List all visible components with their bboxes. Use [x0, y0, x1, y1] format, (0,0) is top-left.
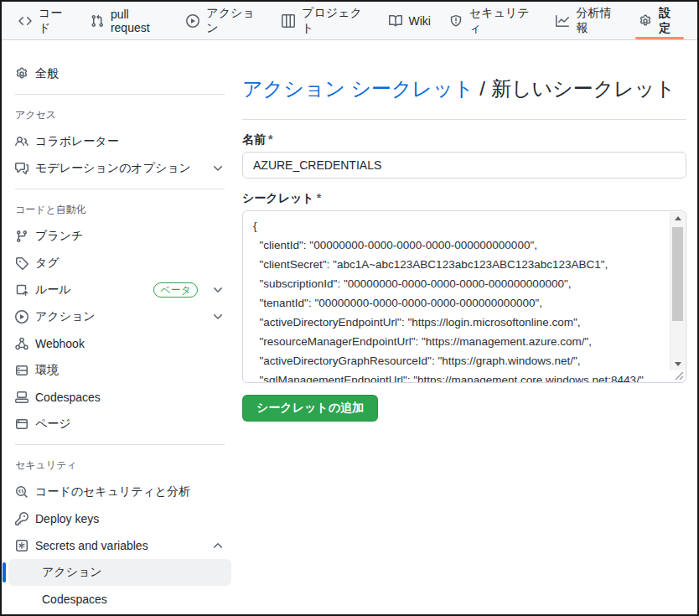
heading-divider	[242, 119, 686, 120]
sidebar-item-collaborators[interactable]: コラボレーター	[8, 128, 231, 155]
sidebar-divider	[15, 189, 225, 189]
sidebar-item-general[interactable]: 全般	[8, 60, 231, 87]
chevron-down-icon	[211, 310, 225, 324]
browser-icon	[15, 417, 28, 431]
gear-icon	[639, 14, 652, 28]
sidebar-section-security: セキュリティ	[8, 452, 231, 479]
secret-value-text[interactable]: { "clientId": "00000000-0000-0000-0000-0…	[243, 211, 671, 382]
sidebar-item-label: 全般	[35, 66, 59, 81]
sidebar-item-branches[interactable]: ブランチ	[8, 223, 231, 250]
codescan-icon	[15, 485, 28, 499]
server-icon	[15, 364, 28, 377]
sidebar-item-label: コードのセキュリティと分析	[35, 484, 190, 500]
tab-actions[interactable]: アクション	[179, 2, 270, 39]
sidebar-item-label: モデレーションのオプション	[35, 161, 191, 176]
textarea-scrollbar[interactable]	[670, 212, 685, 370]
chevron-down-icon	[211, 283, 225, 297]
code-icon	[18, 14, 32, 28]
beta-badge: ベータ	[153, 282, 198, 298]
play-icon	[186, 14, 199, 28]
sidebar-section-code-automation: コードと自動化	[8, 196, 231, 223]
tab-settings[interactable]: 設定	[632, 2, 687, 39]
people-icon	[15, 135, 28, 148]
secret-field-label: シークレット*	[242, 191, 686, 206]
gear-icon	[15, 67, 28, 80]
sidebar-item-deploy-keys[interactable]: Deploy keys	[8, 505, 231, 532]
tab-code[interactable]: コード	[12, 2, 79, 39]
webhook-icon	[15, 337, 28, 350]
sidebar-item-label: コラボレーター	[35, 134, 119, 149]
sidebar-item-label: Codespaces	[42, 593, 107, 606]
secret-name-input[interactable]	[242, 152, 686, 179]
sidebar-item-label: ページ	[35, 417, 71, 432]
required-asterisk: *	[317, 191, 321, 204]
sidebar-item-label: Codespaces	[35, 391, 101, 404]
sidebar-item-label: Webhook	[35, 337, 85, 350]
repo-tab-bar: コード pull request アクション プロジェクト Wiki セキュリテ…	[2, 2, 697, 40]
sidebar-item-label: タグ	[35, 256, 60, 271]
scrollbar-down-arrow[interactable]	[671, 358, 685, 370]
tag-icon	[15, 256, 28, 270]
sidebar-item-codespaces[interactable]: Codespaces	[8, 384, 231, 411]
sidebar-item-label: アクション	[35, 309, 96, 324]
tab-label: pull request	[111, 8, 168, 34]
tab-projects[interactable]: プロジェクト	[275, 2, 376, 39]
sidebar-item-webhooks[interactable]: Webhook	[8, 330, 231, 357]
book-icon	[389, 14, 402, 28]
codespaces-icon	[15, 391, 28, 404]
sidebar-item-pages[interactable]: ページ	[8, 411, 231, 437]
secret-value-textarea[interactable]: { "clientId": "00000000-0000-0000-0000-0…	[242, 210, 686, 383]
sidebar-subitem-actions-secrets[interactable]: アクション	[8, 559, 231, 586]
git-branch-icon	[15, 230, 28, 243]
actions-secrets-breadcrumb-link[interactable]: アクション シークレット	[242, 77, 474, 100]
play-icon	[15, 310, 28, 324]
sidebar-item-actions[interactable]: アクション	[8, 303, 231, 330]
tab-label: プロジェクト	[302, 6, 370, 36]
tab-wiki[interactable]: Wiki	[382, 2, 438, 39]
scrollbar-thumb[interactable]	[672, 227, 683, 321]
git-pull-request-icon	[91, 14, 104, 28]
sidebar-divider	[15, 94, 225, 95]
breadcrumb-separator: /	[479, 77, 485, 100]
tab-pull-requests[interactable]: pull request	[84, 2, 174, 39]
scrollbar-up-arrow[interactable]	[671, 212, 685, 225]
secrets-icon	[15, 539, 28, 552]
sidebar-item-label: 環境	[35, 363, 59, 378]
settings-sidebar: 全般 アクセス コラボレーター モデレーションのオプション コードと自動化 ブラ…	[2, 40, 238, 614]
sidebar-item-label: アクション	[42, 565, 102, 580]
sidebar-subitem-codespaces-secrets[interactable]: Codespaces	[8, 586, 231, 613]
rules-icon	[15, 283, 28, 297]
sidebar-item-tags[interactable]: タグ	[8, 250, 231, 277]
sidebar-item-label: ブランチ	[35, 229, 83, 244]
chevron-down-icon	[211, 162, 225, 175]
sidebar-item-code-security[interactable]: コードのセキュリティと分析	[8, 479, 231, 505]
sidebar-divider	[15, 444, 225, 445]
sidebar-item-environments[interactable]: 環境	[8, 357, 231, 384]
shield-icon	[449, 14, 463, 28]
textarea-resize-grip[interactable]	[675, 371, 684, 380]
graph-icon	[556, 14, 569, 28]
tab-label: アクション	[206, 6, 263, 36]
tab-label: セキュリティ	[469, 6, 537, 36]
sidebar-item-moderation-options[interactable]: モデレーションのオプション	[8, 155, 231, 182]
tab-label: コード	[39, 6, 72, 36]
tab-security[interactable]: セキュリティ	[443, 2, 544, 39]
key-icon	[15, 512, 28, 525]
breadcrumb-current: 新しいシークレット	[491, 77, 676, 100]
tab-insights[interactable]: 分析情報	[549, 2, 627, 39]
sidebar-item-label: ルール	[35, 282, 71, 298]
required-asterisk: *	[268, 132, 272, 146]
tab-label: Wiki	[409, 14, 431, 28]
tab-label: 設定	[659, 6, 681, 36]
add-secret-button[interactable]: シークレットの追加	[242, 395, 378, 422]
chevron-up-icon	[211, 539, 225, 552]
project-icon	[282, 14, 295, 28]
comment-discussion-icon	[15, 162, 28, 175]
tab-label: 分析情報	[576, 6, 620, 36]
app-window: コード pull request アクション プロジェクト Wiki セキュリテ…	[0, 0, 699, 616]
sidebar-item-label: Secrets and variables	[35, 539, 148, 552]
sidebar-item-rules[interactable]: ルールベータ	[8, 277, 231, 303]
sidebar-item-secrets-and-variables[interactable]: Secrets and variables	[8, 532, 231, 559]
sidebar-section-access: アクセス	[8, 101, 231, 128]
sidebar-item-label: Deploy keys	[35, 512, 99, 525]
